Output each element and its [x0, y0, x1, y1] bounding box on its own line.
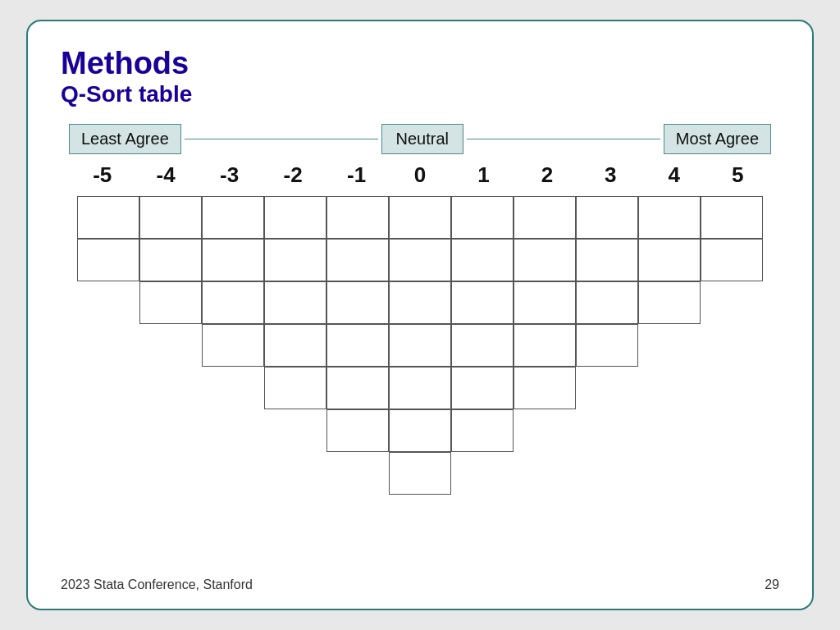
grid-cell — [576, 281, 638, 324]
grid-cell — [264, 239, 326, 281]
grid-cell — [202, 239, 264, 281]
title-section: Methods Q-Sort table — [61, 46, 779, 107]
col-number: 3 — [579, 162, 641, 188]
grid-cell — [389, 196, 451, 239]
scale-labels-row: Least Agree Neutral Most Agree — [61, 124, 779, 154]
grid-cell — [638, 281, 701, 324]
slide: Methods Q-Sort table Least Agree Neutral… — [26, 20, 814, 610]
grid-cell — [451, 324, 514, 367]
col-number: -3 — [199, 162, 261, 188]
q-sort-grid — [61, 196, 779, 569]
col-number: -2 — [262, 162, 324, 188]
grid-row — [71, 367, 769, 409]
grid-row — [71, 239, 769, 281]
page-number: 29 — [765, 578, 779, 592]
grid-cell — [638, 196, 701, 239]
grid-cell — [264, 281, 326, 324]
grid-cell — [326, 367, 389, 409]
grid-row — [71, 196, 769, 239]
grid-cell — [202, 281, 264, 324]
grid-cell — [451, 239, 514, 281]
grid-cell — [139, 281, 202, 324]
grid-cell — [202, 324, 264, 367]
grid-cell — [576, 196, 638, 239]
grid-container — [71, 196, 769, 495]
grid-cell — [326, 324, 389, 367]
footer: 2023 Stata Conference, Stanford 29 — [61, 569, 779, 592]
grid-cell — [638, 239, 701, 281]
grid-cell — [451, 281, 514, 324]
grid-cell — [389, 409, 451, 452]
most-agree-label: Most Agree — [664, 124, 771, 154]
grid-row — [71, 409, 769, 452]
grid-cell — [202, 196, 264, 239]
grid-cell — [451, 367, 514, 409]
grid-cell — [514, 367, 576, 409]
col-number: 2 — [516, 162, 578, 188]
least-agree-label: Least Agree — [69, 124, 181, 154]
grid-cell — [701, 196, 763, 239]
grid-cell — [139, 196, 202, 239]
col-number: 0 — [389, 162, 451, 188]
col-number: -4 — [135, 162, 197, 188]
grid-cell — [451, 196, 514, 239]
col-number: 1 — [452, 162, 514, 188]
grid-row — [71, 281, 769, 324]
grid-cell — [139, 239, 202, 281]
grid-cell — [514, 281, 576, 324]
column-numbers-row: -5-4-3-2-1012345 — [61, 162, 779, 188]
grid-cell — [326, 409, 389, 452]
grid-cell — [451, 409, 514, 452]
grid-cell — [389, 452, 451, 495]
connector-left — [185, 139, 378, 139]
grid-cell — [264, 367, 326, 409]
col-number: -5 — [71, 162, 134, 188]
grid-cell — [514, 324, 576, 367]
grid-cell — [77, 196, 139, 239]
grid-cell — [326, 196, 389, 239]
title-main: Methods — [61, 46, 779, 81]
grid-cell — [389, 281, 451, 324]
grid-cell — [77, 239, 139, 281]
grid-cell — [514, 239, 576, 281]
col-number: 4 — [643, 162, 705, 188]
grid-cell — [389, 367, 451, 409]
grid-cell — [264, 324, 326, 367]
grid-cell — [701, 239, 763, 281]
grid-cell — [576, 324, 638, 367]
col-number: 5 — [706, 162, 769, 188]
grid-row — [71, 324, 769, 367]
grid-cell — [326, 281, 389, 324]
grid-cell — [514, 196, 576, 239]
grid-cell — [326, 239, 389, 281]
grid-cell — [389, 324, 451, 367]
title-sub: Q-Sort table — [61, 81, 779, 107]
grid-cell — [264, 196, 326, 239]
grid-cell — [576, 239, 638, 281]
connector-right — [467, 139, 660, 139]
col-number: -1 — [326, 162, 388, 188]
grid-row — [71, 452, 769, 495]
neutral-label: Neutral — [381, 124, 463, 154]
grid-cell — [389, 239, 451, 281]
conference-label: 2023 Stata Conference, Stanford — [61, 578, 253, 592]
